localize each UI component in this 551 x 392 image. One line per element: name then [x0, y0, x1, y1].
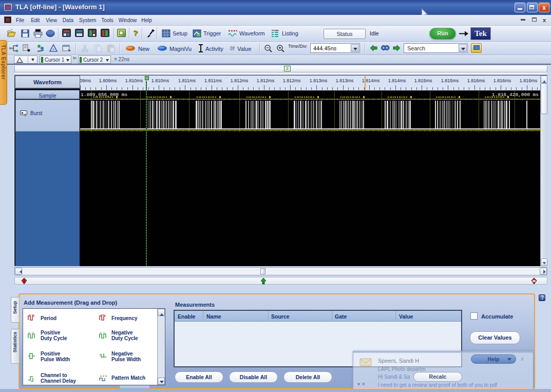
- svg-text:1.809ms: 1.809ms: [99, 78, 117, 83]
- svg-text:1.812ms: 1.812ms: [231, 78, 249, 83]
- svg-text:1.816,428,000 ms: 1.816,428,000 ms: [492, 92, 539, 98]
- svg-text:1.811ms: 1.811ms: [178, 78, 196, 83]
- svg-text:2: 2: [262, 281, 264, 284]
- svg-text:mm: mm: [274, 29, 279, 32]
- svg-text:1.815ms: 1.815ms: [441, 78, 459, 83]
- svg-text:1.814ms: 1.814ms: [362, 78, 380, 83]
- svg-text:1.816ms: 1.816ms: [467, 78, 485, 83]
- svg-text:09ms: 09ms: [80, 78, 91, 83]
- svg-text:1.811ms: 1.811ms: [204, 78, 222, 83]
- svg-text:1.813ms: 1.813ms: [336, 78, 354, 83]
- svg-text:1.812ms: 1.812ms: [257, 78, 275, 83]
- svg-text:1.816ms: 1.816ms: [520, 78, 538, 83]
- svg-text:1.814ms: 1.814ms: [388, 78, 406, 83]
- svg-text:1.810ms: 1.810ms: [151, 78, 169, 83]
- svg-text:1.813ms: 1.813ms: [310, 78, 328, 83]
- svg-text:1.816ms: 1.816ms: [493, 78, 511, 83]
- svg-text:1.815ms: 1.815ms: [414, 78, 432, 83]
- svg-text:1.809,656,000 ms: 1.809,656,000 ms: [81, 92, 127, 98]
- svg-text:1.812ms: 1.812ms: [283, 78, 301, 83]
- svg-text:1.810ms: 1.810ms: [125, 78, 143, 83]
